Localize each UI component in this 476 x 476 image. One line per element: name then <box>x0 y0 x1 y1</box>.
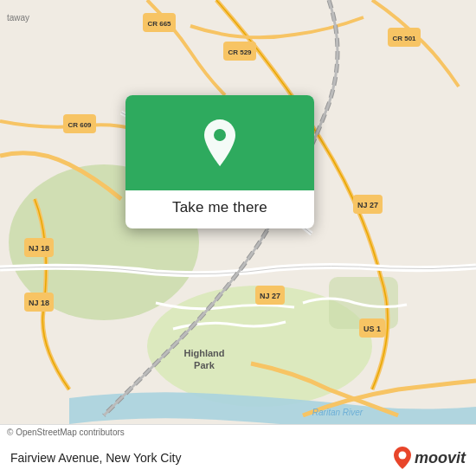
popup-button-area: Take me there <box>125 190 314 228</box>
moovit-brand-text: moovit <box>415 449 466 467</box>
location-label: Fairview Avenue, New York City <box>10 451 181 465</box>
map-container: NJ 27 NJ 27 NJ 18 NJ 18 US 1 CR 665 CR 5… <box>0 0 476 476</box>
svg-text:taway: taway <box>7 13 29 23</box>
svg-text:CR 529: CR 529 <box>228 48 252 56</box>
copyright-text: © OpenStreetMap contributors <box>0 425 476 440</box>
take-me-there-button[interactable]: Take me there <box>172 199 267 216</box>
svg-point-29 <box>398 452 406 460</box>
map-background: NJ 27 NJ 27 NJ 18 NJ 18 US 1 CR 665 CR 5… <box>0 0 476 476</box>
location-pin-icon <box>201 119 239 166</box>
svg-text:CR 665: CR 665 <box>147 20 171 28</box>
svg-text:NJ 27: NJ 27 <box>357 201 378 209</box>
location-bar: Fairview Avenue, New York City moovit <box>0 440 476 476</box>
svg-text:NJ 18: NJ 18 <box>29 299 49 307</box>
svg-text:NJ 27: NJ 27 <box>260 292 280 300</box>
svg-point-28 <box>214 129 226 141</box>
svg-text:CR 501: CR 501 <box>392 35 416 42</box>
moovit-logo: moovit <box>393 447 466 469</box>
svg-text:Raritan River: Raritan River <box>312 408 363 417</box>
svg-text:US 1: US 1 <box>363 325 381 333</box>
svg-text:CR 609: CR 609 <box>68 121 92 129</box>
svg-text:Highland: Highland <box>183 348 224 358</box>
bottom-bar: © OpenStreetMap contributors Fairview Av… <box>0 424 476 476</box>
popup-card: Take me there <box>125 95 314 228</box>
svg-text:NJ 18: NJ 18 <box>29 244 49 253</box>
popup-green-area <box>125 95 314 190</box>
moovit-pin-icon <box>393 447 412 469</box>
svg-text:Park: Park <box>194 360 215 370</box>
